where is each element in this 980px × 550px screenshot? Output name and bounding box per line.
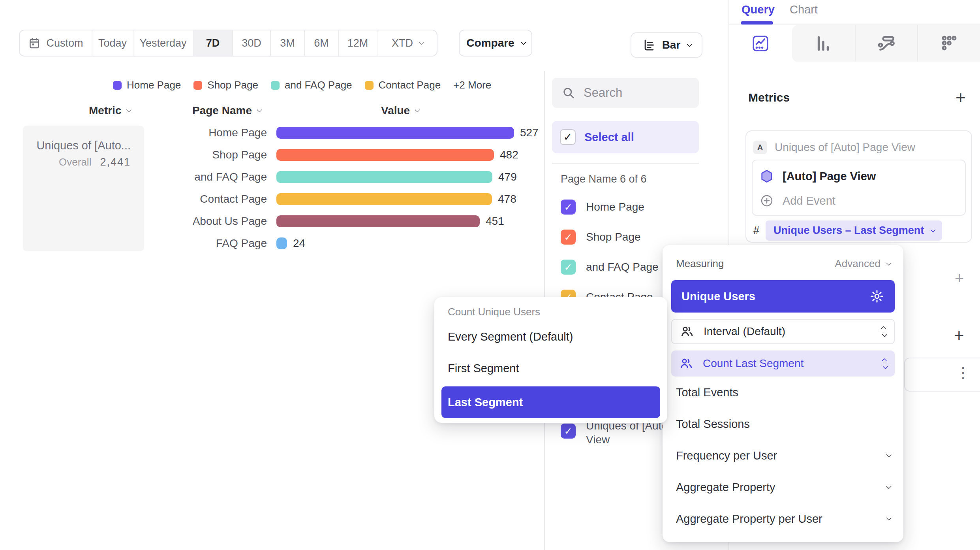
bar-row: and FAQ Page479 (0, 166, 541, 188)
legend-more[interactable]: +2 More (453, 79, 491, 91)
option-first-segment[interactable]: First Segment (448, 352, 519, 384)
retention-icon (939, 34, 959, 53)
range-7d[interactable]: 7D (193, 30, 232, 56)
compare-button[interactable]: Compare (459, 30, 532, 57)
legend-item[interactable]: and FAQ Page (271, 79, 352, 91)
add-filter-button[interactable]: + (955, 269, 964, 287)
event-row[interactable]: [Auto] Page View (760, 169, 876, 183)
range-30d[interactable]: 30D (232, 30, 270, 56)
insights-icon (751, 34, 770, 53)
bar-shop-page[interactable] (276, 149, 494, 161)
filter-group-label: Page Name 6 of 6 (561, 173, 647, 185)
chevron-down-icon (886, 515, 892, 521)
option-frequency-per-user[interactable]: Frequency per User (671, 440, 895, 471)
stepper-icon (882, 326, 886, 337)
bar-home-page[interactable] (276, 127, 514, 139)
stepper-icon (883, 358, 887, 369)
event-card: [Auto] Page View Add Event (752, 160, 966, 216)
range-3m[interactable]: 3M (270, 30, 304, 56)
tab-insights[interactable] (729, 25, 792, 62)
search-input[interactable]: Search (552, 78, 699, 108)
filter-item-home-page[interactable]: Home Page (552, 192, 702, 222)
measuring-header: Measuring Advanced (671, 258, 895, 270)
chart-legend: Home Page Shop Page and FAQ Page Contact… (113, 79, 491, 91)
date-range-toolbar: Custom Today Yesterday 7D 30D 3M 6M 12M … (19, 30, 437, 57)
checkbox-checked[interactable] (561, 424, 576, 439)
users-icon (679, 356, 693, 371)
kebab-menu-icon[interactable]: ⋮ (956, 364, 971, 381)
option-total-events[interactable]: Total Events (671, 377, 895, 408)
column-header-metric[interactable]: Metric (89, 104, 130, 117)
checkbox-checked[interactable] (561, 260, 576, 275)
option-aggregate-property-per-user[interactable]: Aggregate Property per User (671, 503, 895, 535)
legend-swatch (365, 81, 374, 90)
range-today[interactable]: Today (92, 30, 133, 56)
chart-type-select[interactable]: Bar (631, 32, 702, 58)
metric-card[interactable]: A Uniques of [Auto] Page View [Auto] Pag… (745, 130, 972, 243)
users-icon (680, 324, 694, 339)
option-every-segment[interactable]: Every Segment (Default) (448, 321, 573, 352)
tab-funnels[interactable] (792, 25, 855, 62)
option-last-segment-selected[interactable]: Last Segment (441, 386, 660, 418)
segment-card[interactable]: ⋮ (904, 358, 980, 392)
bar-row: About Us Page451 (0, 210, 541, 232)
legend-item[interactable]: Shop Page (193, 79, 258, 91)
bar-chart: Home Page527 Shop Page482 and FAQ Page47… (0, 122, 541, 254)
measure-pill[interactable]: Unique Users – Last Segment (766, 220, 942, 241)
option-interval-default[interactable]: Interval (Default) (671, 319, 895, 344)
metrics-section-title: Metrics (748, 91, 790, 104)
checkbox-checked[interactable] (561, 230, 576, 245)
tab-flows[interactable] (855, 25, 918, 62)
option-aggregate-property[interactable]: Aggregate Property (671, 471, 895, 503)
gear-icon[interactable] (869, 289, 884, 304)
column-header-value[interactable]: Value (381, 104, 419, 117)
tab-chart[interactable]: Chart (790, 3, 818, 16)
chevron-down-icon (521, 40, 526, 45)
measure-row: # Unique Users – Last Segment (753, 220, 942, 241)
calendar-icon (28, 37, 41, 49)
chevron-down-icon (886, 452, 892, 458)
bar-contact-page[interactable] (276, 193, 492, 205)
add-metric-button[interactable]: + (956, 88, 966, 107)
bar-and-faq-page[interactable] (276, 171, 492, 183)
legend-swatch (271, 81, 280, 90)
bar-about-us-page[interactable] (276, 215, 480, 227)
report-type-tabs (729, 25, 980, 62)
checkbox-checked[interactable] (561, 200, 576, 215)
legend-item[interactable]: Home Page (113, 79, 181, 91)
chevron-down-icon (886, 260, 892, 266)
bar-chart-icon (642, 38, 656, 52)
range-custom[interactable]: Custom (20, 30, 92, 56)
select-all-row[interactable]: Select all (552, 121, 699, 153)
bar-row: FAQ Page24 (0, 232, 541, 254)
analytics-app: Custom Today Yesterday 7D 30D 3M 6M 12M … (0, 0, 980, 550)
range-12m[interactable]: 12M (338, 30, 377, 56)
hexagon-event-icon (760, 169, 774, 183)
range-6m[interactable]: 6M (304, 30, 338, 56)
legend-swatch (113, 81, 122, 90)
tab-query[interactable]: Query (742, 3, 775, 16)
flows-icon (877, 34, 896, 53)
select-all-checkbox[interactable] (560, 129, 576, 145)
advanced-toggle[interactable]: Advanced (835, 258, 890, 270)
divider (552, 163, 699, 164)
bar-faq-page[interactable] (276, 237, 287, 249)
chevron-down-icon (687, 41, 692, 47)
range-label: Custom (46, 37, 83, 49)
funnel-icon (813, 34, 833, 53)
add-breakdown-button[interactable]: + (954, 326, 964, 345)
hash-icon: # (753, 224, 759, 237)
add-event-button[interactable]: Add Event (760, 194, 835, 208)
option-unique-users[interactable]: Unique Users (671, 280, 895, 313)
legend-item[interactable]: Contact Page (365, 79, 441, 91)
option-total-sessions[interactable]: Total Sessions (671, 408, 895, 440)
range-xtd[interactable]: XTD (377, 30, 437, 56)
chevron-down-icon (930, 227, 936, 232)
tab-retention[interactable] (917, 25, 980, 62)
option-count-last-segment[interactable]: Count Last Segment (671, 350, 895, 377)
active-tab-underline (741, 21, 773, 24)
metric-badge: A (753, 141, 767, 154)
chevron-down-icon (419, 40, 424, 45)
column-header-page-name[interactable]: Page Name (192, 104, 261, 117)
range-yesterday[interactable]: Yesterday (133, 30, 193, 56)
